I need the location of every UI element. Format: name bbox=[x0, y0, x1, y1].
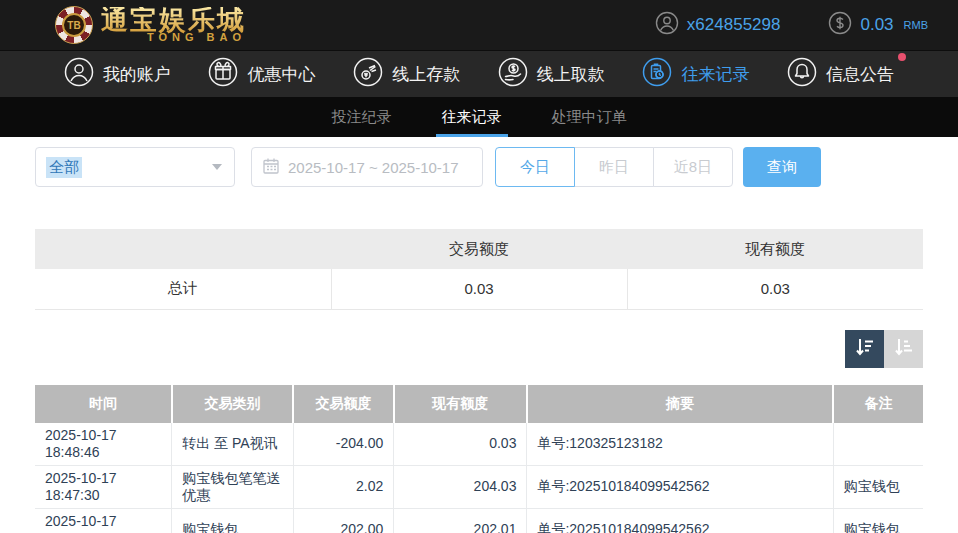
cell-summary: 单号:202510184099542562 bbox=[527, 465, 833, 508]
cell-amount: 2.02 bbox=[293, 465, 393, 508]
summary-transaction-amount: 0.03 bbox=[331, 269, 627, 309]
cell-time: 2025-10-17 18:47:30 bbox=[35, 465, 172, 508]
calendar-icon bbox=[262, 157, 280, 178]
header-current-balance: 现有额度 bbox=[394, 385, 527, 423]
table-row: 2025-10-17 18:47:30 购宝钱包笔笔送优惠 2.02 204.0… bbox=[35, 465, 923, 508]
cell-type: 购宝钱包笔笔送优惠 bbox=[172, 465, 294, 508]
cell-balance: 0.03 bbox=[394, 423, 527, 466]
tab-transaction-records[interactable]: 往来记录 bbox=[436, 97, 508, 137]
nav-label: 线上存款 bbox=[392, 63, 460, 86]
sub-nav: 投注纪录 往来记录 处理中订单 bbox=[0, 97, 958, 137]
bell-icon bbox=[787, 57, 817, 92]
chevron-down-icon bbox=[212, 164, 222, 170]
cell-amount: 202.00 bbox=[293, 508, 393, 533]
nav-item-promotions[interactable]: 优惠中心 bbox=[208, 57, 315, 92]
tab-betting-records[interactable]: 投注纪录 bbox=[326, 97, 398, 137]
balance-currency: RMB bbox=[904, 19, 928, 31]
nav-item-withdraw[interactable]: 线上取款 bbox=[498, 57, 605, 92]
nav-item-records[interactable]: 往来记录 bbox=[642, 57, 749, 92]
filter-bar: 全部 2025-10-17 ~ 2025-10-17 今日 昨日 近8日 查询 bbox=[35, 147, 923, 187]
header-remark: 备注 bbox=[833, 385, 923, 423]
user-icon bbox=[655, 11, 679, 39]
account-info[interactable]: x624855298 bbox=[655, 11, 781, 39]
table-row: 2025-10-17 18:47:30 购宝钱包 202.00 202.01 单… bbox=[35, 508, 923, 533]
table-header-row: 时间 交易类别 交易额度 现有额度 摘要 备注 bbox=[35, 385, 923, 423]
sort-descending-button[interactable] bbox=[845, 330, 884, 368]
header-transaction-type: 交易类别 bbox=[172, 385, 294, 423]
summary-header-transaction-amount: 交易额度 bbox=[331, 229, 627, 269]
balance-info[interactable]: 0.03 RMB bbox=[828, 11, 928, 39]
cell-balance: 202.01 bbox=[394, 508, 527, 533]
nav-label: 线上取款 bbox=[537, 63, 605, 86]
notification-dot bbox=[898, 53, 906, 61]
main-content: 全部 2025-10-17 ~ 2025-10-17 今日 昨日 近8日 查询 … bbox=[0, 137, 958, 533]
main-nav: 我的账户 优惠中心 线上存款 bbox=[0, 50, 958, 97]
today-button[interactable]: 今日 bbox=[495, 147, 575, 187]
header-transaction-amount: 交易额度 bbox=[293, 385, 393, 423]
nav-item-announcements[interactable]: 信息公告 bbox=[787, 57, 894, 92]
category-select[interactable]: 全部 bbox=[35, 147, 235, 187]
nav-label: 我的账户 bbox=[103, 63, 171, 86]
sort-ascending-icon bbox=[893, 336, 915, 362]
transactions-table: 时间 交易类别 交易额度 现有额度 摘要 备注 2025-10-17 18:48… bbox=[35, 385, 923, 533]
summary-current-balance: 0.03 bbox=[627, 269, 923, 309]
summary-total-row: 总计 0.03 0.03 bbox=[35, 269, 923, 309]
summary-header-empty bbox=[35, 229, 331, 269]
date-range-input[interactable]: 2025-10-17 ~ 2025-10-17 bbox=[251, 147, 483, 187]
chip-tb-label: TB bbox=[62, 13, 86, 37]
dollar-icon bbox=[828, 11, 852, 39]
site-logo[interactable]: TB 通宝娱乐城 TONG BAO bbox=[55, 6, 246, 44]
cell-type: 转出 至 PA视讯 bbox=[172, 423, 294, 466]
withdraw-icon bbox=[498, 57, 528, 92]
deposit-icon bbox=[353, 57, 383, 92]
summary-header-current-balance: 现有额度 bbox=[627, 229, 923, 269]
cell-type: 购宝钱包 bbox=[172, 508, 294, 533]
balance-amount: 0.03 bbox=[860, 15, 893, 35]
date-range-value: 2025-10-17 ~ 2025-10-17 bbox=[288, 159, 459, 176]
quick-date-group: 今日 昨日 近8日 bbox=[495, 147, 733, 187]
nav-label: 优惠中心 bbox=[247, 63, 315, 86]
cell-balance: 204.03 bbox=[394, 465, 527, 508]
table-row: 2025-10-17 18:48:46 转出 至 PA视讯 -204.00 0.… bbox=[35, 423, 923, 466]
nav-label: 信息公告 bbox=[826, 63, 894, 86]
records-icon bbox=[642, 57, 672, 92]
nav-label: 往来记录 bbox=[681, 63, 749, 86]
nav-item-deposit[interactable]: 线上存款 bbox=[353, 57, 460, 92]
cell-amount: -204.00 bbox=[293, 423, 393, 466]
category-selected-value: 全部 bbox=[46, 157, 82, 178]
cell-remark bbox=[833, 423, 923, 466]
poker-chip-icon: TB bbox=[55, 6, 93, 44]
site-title: 通宝娱乐城 bbox=[101, 7, 246, 34]
tab-processing-orders[interactable]: 处理中订单 bbox=[546, 97, 633, 137]
sort-bar bbox=[35, 330, 923, 368]
user-icon bbox=[64, 57, 94, 92]
site-subtitle: TONG BAO bbox=[147, 32, 246, 43]
sort-descending-icon bbox=[854, 336, 876, 362]
header-summary: 摘要 bbox=[527, 385, 833, 423]
nav-item-my-account[interactable]: 我的账户 bbox=[64, 57, 171, 92]
cell-summary: 单号:120325123182 bbox=[527, 423, 833, 466]
cell-summary: 单号:202510184099542562 bbox=[527, 508, 833, 533]
last-8-days-button[interactable]: 近8日 bbox=[653, 147, 733, 187]
header-time: 时间 bbox=[35, 385, 172, 423]
search-button[interactable]: 查询 bbox=[743, 147, 821, 187]
cell-remark: 购宝钱包 bbox=[833, 465, 923, 508]
top-bar: TB 通宝娱乐城 TONG BAO x624855298 0.0 bbox=[0, 0, 958, 50]
cell-remark: 购宝钱包 bbox=[833, 508, 923, 533]
gift-icon bbox=[208, 57, 238, 92]
username: x624855298 bbox=[687, 15, 781, 35]
sort-ascending-button[interactable] bbox=[884, 330, 923, 368]
cell-time: 2025-10-17 18:47:30 bbox=[35, 508, 172, 533]
summary-header-row: 交易额度 现有额度 bbox=[35, 229, 923, 269]
summary-total-label: 总计 bbox=[35, 269, 331, 309]
cell-time: 2025-10-17 18:48:46 bbox=[35, 423, 172, 466]
yesterday-button[interactable]: 昨日 bbox=[574, 147, 654, 187]
summary-table: 交易额度 现有额度 总计 0.03 0.03 bbox=[35, 229, 923, 310]
